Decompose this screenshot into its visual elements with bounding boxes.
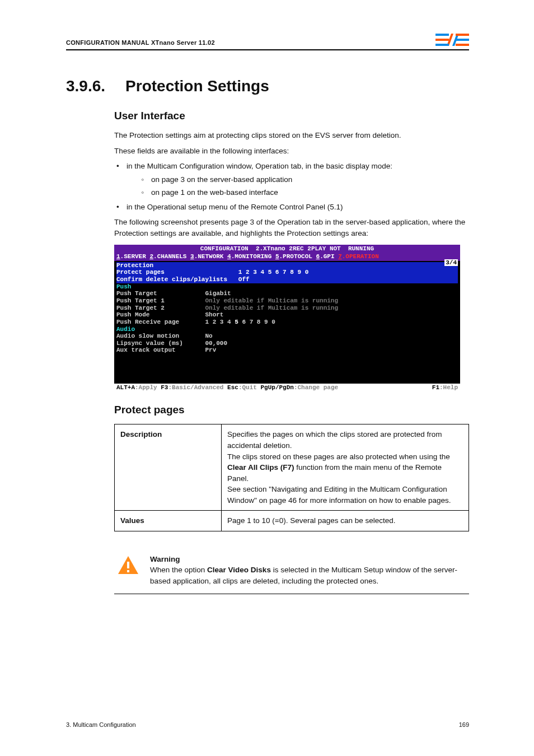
pp-values-value: Page 1 to 10 (=0). Several pages can be … — [222, 511, 469, 531]
warning-title: Warning — [150, 554, 469, 565]
terminal-body: Protection Protect pages 1 2 3 4 5 6 7 8… — [114, 261, 460, 384]
svg-rect-7 — [456, 44, 469, 46]
svg-rect-4 — [435, 44, 449, 46]
svg-rect-10 — [127, 570, 129, 572]
footer-left: 3. Multicam Configuration — [66, 721, 136, 728]
warning-line: When the option — [150, 566, 207, 574]
terminal-row: Audio slow motion No — [116, 333, 458, 340]
bullet-text: in the Multicam Configuration window, Op… — [127, 162, 392, 170]
pp-values-label: Values — [115, 511, 222, 531]
ui-intro2: These fields are available in the follow… — [114, 146, 469, 157]
terminal-push-header: Push — [116, 283, 458, 291]
page-header: CONFIGURATION MANUAL XTnano Server 11.02 — [66, 34, 469, 50]
terminal-row: Push Receive page 1 2 3 4 5 6 7 8 9 0 — [116, 319, 458, 326]
terminal-row: Push Target 2 Only editable if Multicam … — [116, 305, 458, 312]
terminal-audio-header: Audio — [116, 326, 458, 333]
footer-key: Esc — [227, 384, 238, 391]
ui-bullets: in the Multicam Configuration window, Op… — [114, 161, 469, 212]
terminal-row: Push Mode Short — [116, 311, 458, 319]
footer-text: :Help — [439, 384, 458, 391]
terminal-row: Confirm delete clips/playlists Off — [116, 276, 458, 283]
footer-key: F3 — [161, 384, 168, 391]
ui-intro1: The Protection settings aim at protectin… — [114, 130, 469, 141]
terminal-page-count: 3/4 — [444, 259, 458, 267]
pp-desc-label: Description — [115, 424, 222, 511]
bullet-item: in the Operational setup menu of the Rem… — [114, 202, 469, 213]
footer-text: :Apply — [135, 384, 161, 391]
terminal-row: Push Target 1 Only editable if Multicam … — [116, 297, 458, 305]
warning-icon — [114, 554, 142, 587]
footer-right: 169 — [459, 721, 469, 728]
sub-bullet-item: on page 1 on the web-based interface — [139, 187, 469, 198]
terminal-tabs: 1.SERVER 2.CHANNELS 3.NETWORK 4.MONITORI… — [114, 253, 460, 261]
pp-desc-value: Specifies the pages on which the clips s… — [222, 424, 469, 511]
svg-rect-9 — [127, 562, 129, 568]
svg-rect-0 — [435, 34, 449, 36]
protect-pages-heading: Protect pages — [114, 404, 469, 416]
header-title: CONFIGURATION MANUAL XTnano Server 11.02 — [66, 39, 215, 46]
footer-key: PgUp/PgDn — [260, 384, 293, 391]
ui-heading: User Interface — [114, 110, 469, 122]
page-footer: 3. Multicam Configuration 169 — [66, 721, 469, 728]
section-title: Protection Settings — [125, 77, 269, 95]
pp-desc-line: See section "Navigating and Editing in t… — [227, 485, 451, 505]
terminal-protection-header: Protection — [116, 262, 458, 269]
terminal-screenshot: CONFIGURATION 2.XTnano 2REC 2PLAY NOT RU… — [114, 245, 460, 392]
terminal-row: Aux track output Prv — [116, 347, 458, 354]
terminal-title: CONFIGURATION 2.XTnano 2REC 2PLAY NOT RU… — [114, 245, 460, 253]
footer-key: F1 — [432, 384, 439, 391]
terminal-row: Lipsync value (ms) 00,000 — [116, 340, 458, 347]
footer-key: ALT+A — [116, 384, 135, 391]
sub-bullet-item: on page 3 on the server-based applicatio… — [139, 174, 469, 185]
protect-pages-table: Description Specifies the pages on which… — [114, 424, 469, 531]
bullet-item: in the Multicam Configuration window, Op… — [114, 161, 469, 198]
svg-rect-6 — [456, 39, 469, 41]
evs-logo — [435, 34, 469, 46]
section-number: 3.9.6. — [66, 77, 105, 95]
terminal-row: Protect pages 1 2 3 4 5 6 7 8 9 0 — [116, 269, 458, 276]
ui-para2: The following screenshot presents page 3… — [114, 217, 469, 239]
warning-bold: Clear Video Disks — [207, 566, 271, 574]
warning-text: Warning When the option Clear Video Disk… — [150, 554, 469, 587]
svg-rect-3 — [435, 39, 449, 41]
terminal-footer: ALT+A:Apply F3:Basic/Advanced Esc:Quit P… — [114, 384, 460, 392]
pp-desc-bold: Clear All Clips (F7) — [227, 463, 294, 472]
svg-rect-5 — [456, 34, 469, 36]
pp-desc-line: Specifies the pages on which the clips s… — [227, 430, 442, 450]
warning-block: Warning When the option Clear Video Disk… — [114, 548, 469, 594]
footer-text: :Quit — [238, 384, 261, 391]
pp-desc-line: The clips stored on these pages are also… — [227, 452, 450, 461]
footer-text: :Change page — [294, 384, 338, 391]
terminal-row: Push Target Gigabit — [116, 290, 458, 297]
footer-text: :Basic/Advanced — [168, 384, 227, 391]
section-heading: 3.9.6. Protection Settings — [66, 77, 469, 95]
